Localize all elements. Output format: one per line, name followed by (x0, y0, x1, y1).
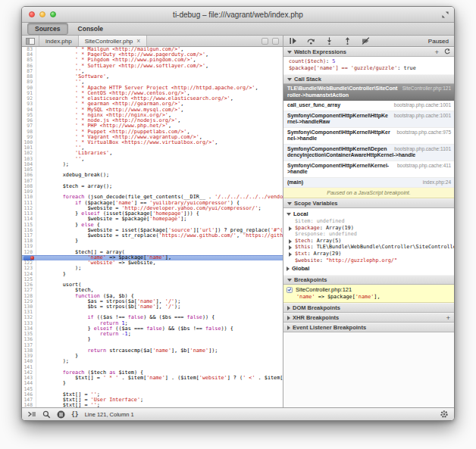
search-icon[interactable] (42, 410, 51, 419)
resume-icon[interactable] (289, 37, 297, 45)
console-drawer-icon[interactable] (27, 410, 36, 418)
code-line-83[interactable]: 83 ' * Mailgun <http://mailgun.com/>', (22, 47, 283, 52)
step-out-icon[interactable] (343, 37, 352, 45)
pause-on-exceptions-icon[interactable] (57, 410, 65, 419)
code-line-117[interactable]: 117 $website = str_replace('https://www.… (22, 233, 283, 239)
code-line-118[interactable]: 118 } (22, 239, 283, 244)
code-line-115[interactable]: 115 } else { (22, 223, 283, 228)
call-stack-frame[interactable]: bootstrap.php.cache:411Symfony\Component… (283, 161, 454, 178)
code-line-97[interactable]: 97 ' * PHP <http://www.php.net/>', (22, 123, 283, 129)
code-line-142[interactable]: 142 foreach ($tech as $item) { (22, 370, 283, 376)
section-header-watch[interactable]: Watch Expressions + (283, 47, 454, 57)
scope-global-group[interactable]: Global (283, 263, 454, 273)
code-line-102[interactable]: 102 'Libraries', (22, 151, 283, 156)
code-line-128[interactable]: 128 function ($a, $b) { (22, 294, 283, 299)
scope-variable-response[interactable]: $response: undefined (283, 231, 454, 238)
code-line-91[interactable]: 91 ' * CentOS <http://www.centos.org/>', (22, 91, 283, 96)
code-line-84[interactable]: 84 ' * PagerDuty <http://www.pagerduty.c… (22, 52, 283, 58)
section-header-scope[interactable]: Scope Variables (283, 198, 454, 208)
fullscreen-icon[interactable] (442, 11, 449, 18)
code-line-88[interactable]: 88 'Software', (22, 74, 283, 80)
code-line-105[interactable]: 105 (22, 167, 283, 173)
code-line-96[interactable]: 96 ' * node.js <http://nodejs.org/>', (22, 118, 283, 123)
code-line-147[interactable]: 147 $txt[] = 'User Interface'; (22, 398, 283, 403)
code-line-122[interactable]: 122 'website' => $website, (22, 260, 283, 266)
code-line-107[interactable]: 107 (22, 179, 283, 184)
code-line-101[interactable]: 101 '', (22, 145, 283, 151)
code-line-100[interactable]: 100 ' * VirtualBox <https://www.virtualb… (22, 140, 283, 145)
code-line-99[interactable]: 99 ' * Vagrant <http://www.vagrantup.com… (22, 135, 283, 140)
tab-console[interactable]: Console (70, 23, 111, 35)
call-stack-frame[interactable]: bootstrap.php.cache:1101Symfony\Componen… (283, 145, 454, 161)
tab-sources[interactable]: Sources (27, 23, 68, 35)
toggle-breakpoints-icon[interactable] (362, 37, 370, 45)
code-line-123[interactable]: 123 ); (22, 266, 283, 271)
code-line-119[interactable]: 119 (22, 244, 283, 249)
call-stack-frame[interactable]: bootstrap.php.cache:1001call_user_func_a… (283, 101, 454, 111)
line-number[interactable]: 120 (22, 250, 36, 255)
code-line-120[interactable]: 120 $tech[] = array( (22, 250, 283, 255)
code-line-108[interactable]: 108 $tech = array(); (22, 184, 283, 189)
code-line-125[interactable]: 125 (22, 277, 283, 282)
code-line-137[interactable]: 137 (22, 343, 283, 348)
call-stack-frame[interactable]: SiteController.php:121TLE\Bundle\WebBund… (283, 84, 454, 101)
code-line-106[interactable]: 106 xdebug_break(); (22, 173, 283, 178)
code-line-140[interactable]: 140 ); (22, 359, 283, 364)
editor-option-icon-2[interactable] (272, 38, 279, 45)
code-line-136[interactable]: 136 } (22, 337, 283, 342)
breakpoint-checkbox[interactable] (287, 287, 293, 293)
section-header-event-listener-breakpoints[interactable]: Event Listener Breakpoints (283, 323, 454, 332)
code-line-124[interactable]: 124 } (22, 272, 283, 277)
code-line-111[interactable]: 111 if ($package['name'] == 'yuilibrary/… (22, 201, 283, 206)
step-into-icon[interactable] (325, 37, 334, 45)
code-line-85[interactable]: 85 ' * Pingdom <http://www.pingdom.com/>… (22, 58, 283, 63)
code-line-92[interactable]: 92 ' * elasticsearch <http://www.elastic… (22, 96, 283, 101)
watch-expression-row[interactable]: $package['name'] == 'guzzle/guzzle': tru… (283, 65, 454, 72)
file-navigator-toggle-icon[interactable] (22, 36, 39, 46)
code-line-98[interactable]: 98 ' * Puppet <http://puppetlabs.com/>', (22, 129, 283, 135)
code-line-87[interactable]: 87 '', (22, 69, 283, 74)
section-header-dom-breakpoints[interactable]: DOM Breakpoints (283, 303, 454, 313)
pretty-print-icon[interactable]: {} (71, 411, 79, 418)
add-watch-icon[interactable]: + (434, 48, 439, 56)
code-line-126[interactable]: 126 usort( (22, 282, 283, 288)
code-line-89[interactable]: 89 '', (22, 80, 283, 85)
code-line-93[interactable]: 93 ' * gearman <http://gearman.org/>', (22, 101, 283, 107)
file-tab-sitecontroller[interactable]: SiteController.php × (79, 36, 148, 46)
code-line-135[interactable]: 135 return -1; (22, 332, 283, 337)
section-header-breakpoints[interactable]: Breakpoints (283, 275, 454, 285)
code-line-109[interactable]: 109 (22, 189, 283, 195)
breakpoint-entry[interactable]: SiteController.php:121 'name' => $packag… (283, 285, 454, 303)
scope-variable-website[interactable]: $website: "http://guzzlephp.org/" (283, 257, 454, 264)
close-tab-icon[interactable]: × (136, 37, 140, 45)
section-header-call-stack[interactable]: Call Stack (283, 74, 454, 84)
code-area[interactable]: 83 ' * Mailgun <http://mailgun.com/>',84… (22, 47, 283, 407)
refresh-watch-icon[interactable] (444, 48, 450, 56)
scope-local-group[interactable]: Local (283, 209, 454, 218)
code-line-103[interactable]: 103 '', (22, 157, 283, 162)
code-line-90[interactable]: 90 ' * Apache HTTP Server Project <http:… (22, 86, 283, 91)
code-line-131[interactable]: 131 (22, 310, 283, 315)
file-tab-indexphp[interactable]: index.php (39, 36, 79, 46)
code-line-133[interactable]: 133 return 1; (22, 321, 283, 326)
line-number[interactable]: 148 (22, 403, 36, 407)
add-xhr-breakpoint-icon[interactable]: + (446, 314, 450, 322)
call-stack-frame[interactable]: index.php:24(main) (283, 178, 454, 189)
code-line-114[interactable]: 114 $website = $package['homepage']; (22, 217, 283, 222)
code-line-143[interactable]: 143 $txt[] = ' * ' . $item['name'] . ($i… (22, 376, 283, 381)
code-line-94[interactable]: 94 ' * MySQL <http://www.mysql.com/>', (22, 108, 283, 113)
step-over-icon[interactable] (307, 37, 315, 45)
code-line-144[interactable]: 144 } (22, 381, 283, 386)
scope-variable-txt[interactable]: $txt: Array(29) (283, 251, 454, 257)
gear-icon[interactable] (440, 410, 449, 419)
window-titlebar[interactable]: ti-debug – file:///vagrant/web/index.php (22, 7, 454, 23)
code-line-112[interactable]: 112 $website = 'http://developer.yahoo.c… (22, 206, 283, 211)
scope-variable-this[interactable]: $this: TLE\Bundle\WebBundle\Controller\S… (283, 244, 454, 251)
code-line-127[interactable]: 127 $tech, (22, 288, 283, 293)
code-line-86[interactable]: 86 ' * SoftLayer <http://www.softlayer.c… (22, 64, 283, 69)
code-line-121[interactable]: 'name' => $package['name'], (22, 255, 283, 260)
code-line-138[interactable]: 138 return strcasecmp($a['name'], $b['na… (22, 348, 283, 354)
code-line-134[interactable]: 134 } elseif (($as === false) && ($bs !=… (22, 326, 283, 332)
section-header-xhr-breakpoints[interactable]: XHR Breakpoints + (283, 313, 454, 323)
watch-expression-row[interactable]: count($tech): 5 (283, 58, 454, 65)
